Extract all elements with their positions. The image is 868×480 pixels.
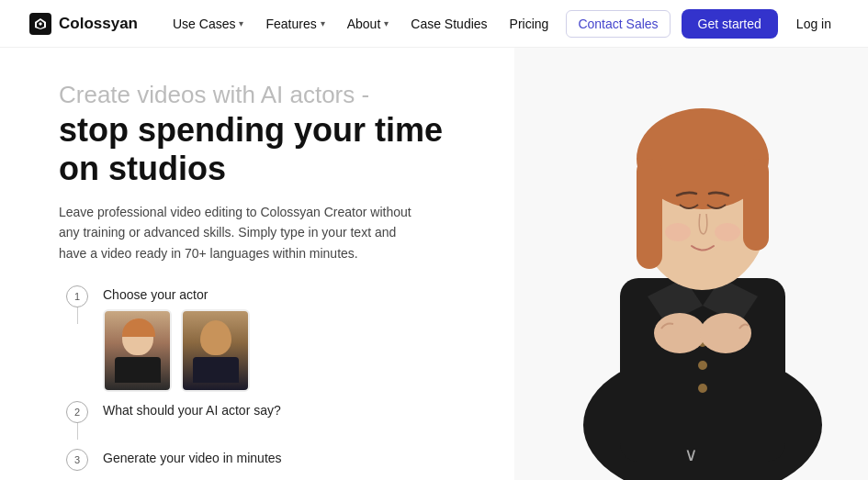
step-2-line: 2 <box>66 401 88 440</box>
actor-male-body <box>193 357 239 383</box>
logo-icon <box>29 13 51 35</box>
step-2-number: 2 <box>74 407 80 418</box>
hero-title: stop spending your time on studios <box>59 111 485 187</box>
svg-point-15 <box>665 223 691 241</box>
right-image: ∨ <box>514 48 868 480</box>
actor-male[interactable] <box>181 309 250 392</box>
nav-features-label: Features <box>265 17 316 31</box>
left-content: Create videos with AI actors - stop spen… <box>0 48 514 480</box>
login-link[interactable]: Log in <box>789 11 839 37</box>
step-3-number: 3 <box>74 454 80 465</box>
logo-text: Colossyan <box>59 15 138 33</box>
nav-case-studies[interactable]: Case Studies <box>401 11 496 37</box>
scroll-indicator[interactable]: ∨ <box>684 443 698 465</box>
step-2: 2 What should your AI actor say? <box>66 401 485 440</box>
navbar: Colossyan Use Cases ▾ Features ▾ About ▾… <box>0 0 868 48</box>
step-1-line: 1 <box>66 285 88 324</box>
actor-female-face <box>105 311 170 390</box>
svg-point-18 <box>700 313 751 353</box>
actor-male-face <box>183 311 248 390</box>
nav-case-studies-label: Case Studies <box>411 17 487 31</box>
step-1-content: Choose your actor <box>103 285 250 392</box>
step-3: 3 Generate your video in minutes <box>66 449 485 471</box>
actor-female-body <box>115 357 161 383</box>
step-1: 1 Choose your actor <box>66 285 485 392</box>
step-2-connector <box>77 423 78 440</box>
get-started-button[interactable]: Get started <box>682 9 778 39</box>
nav-use-cases[interactable]: Use Cases ▾ <box>163 11 253 37</box>
nav-links: Use Cases ▾ Features ▾ About ▾ Case Stud… <box>163 11 558 37</box>
svg-point-16 <box>715 223 740 241</box>
nav-features[interactable]: Features ▾ <box>256 11 333 37</box>
logo[interactable]: Colossyan <box>29 13 138 35</box>
step-3-content: Generate your video in minutes <box>103 449 282 471</box>
contact-sales-button[interactable]: Contact Sales <box>566 10 670 38</box>
step-2-label: What should your AI actor say? <box>103 403 281 418</box>
actor-female-hair <box>122 318 155 337</box>
hero-subtitle: Create videos with AI actors - <box>59 81 485 109</box>
step-3-line: 3 <box>66 449 88 471</box>
main-content: Create videos with AI actors - stop spen… <box>0 48 868 480</box>
svg-point-8 <box>698 361 707 370</box>
nav-use-cases-chevron: ▾ <box>239 18 243 28</box>
svg-point-17 <box>654 313 705 353</box>
nav-right: Contact Sales Get started Log in <box>566 9 839 39</box>
nav-about[interactable]: About ▾ <box>338 11 399 37</box>
actor-male-head <box>200 320 231 355</box>
nav-features-chevron: ▾ <box>321 18 325 28</box>
step-1-number: 1 <box>74 291 80 302</box>
step-1-circle: 1 <box>66 285 88 307</box>
steps-container: 1 Choose your actor <box>59 285 485 471</box>
nav-left: Colossyan Use Cases ▾ Features ▾ About ▾… <box>29 11 558 37</box>
step-1-connector <box>77 307 78 324</box>
nav-about-chevron: ▾ <box>384 18 389 28</box>
step-3-label: Generate your video in minutes <box>103 451 282 465</box>
actor-female[interactable] <box>103 309 172 392</box>
step-2-content: What should your AI actor say? <box>103 401 281 423</box>
hero-description: Leave professional video editing to Colo… <box>59 202 426 263</box>
nav-about-label: About <box>347 17 381 31</box>
actor-female-head <box>122 318 153 355</box>
step-3-circle: 3 <box>66 449 88 471</box>
svg-rect-13 <box>637 159 662 269</box>
actor-images <box>103 309 250 392</box>
nav-pricing-label: Pricing <box>510 17 549 31</box>
ai-person-illustration <box>519 48 868 480</box>
logo-svg <box>34 17 47 30</box>
step-1-label: Choose your actor <box>103 287 250 302</box>
svg-point-9 <box>698 384 707 393</box>
svg-rect-14 <box>743 159 769 251</box>
nav-use-cases-label: Use Cases <box>173 17 235 31</box>
step-2-circle: 2 <box>66 401 88 423</box>
nav-pricing[interactable]: Pricing <box>501 11 558 37</box>
